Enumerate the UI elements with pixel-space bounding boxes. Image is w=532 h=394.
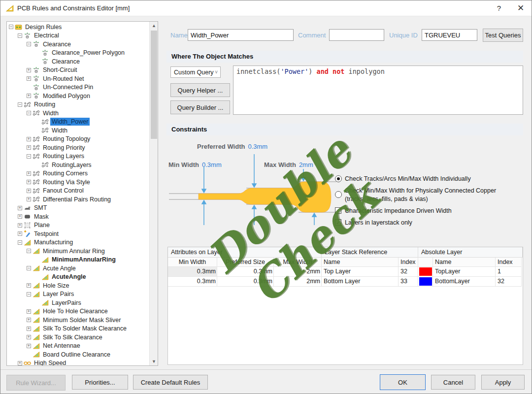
column-header-cell[interactable]: Min Width — [168, 258, 217, 267]
expand-icon[interactable]: + — [18, 206, 22, 210]
collapse-icon[interactable]: − — [18, 240, 22, 245]
tree-item-design-rules[interactable]: −Design Rules — [7, 23, 150, 32]
table-cell[interactable]: 0.3mm — [217, 277, 274, 287]
expand-icon[interactable]: + — [27, 137, 31, 141]
checkbox-option-layers-in-layerstack-only[interactable]: ✓Layers in layerstack only — [335, 219, 523, 227]
tree-item-minimumannularring[interactable]: MinimumAnnularRing — [7, 256, 150, 264]
column-header-cell[interactable]: Preferred Size — [217, 258, 274, 267]
collapse-icon[interactable]: − — [27, 111, 31, 115]
unique-id-input[interactable] — [422, 29, 477, 41]
tree-item-hole-to-hole-clearance[interactable]: +Hole To Hole Clearance — [7, 307, 150, 316]
expand-icon[interactable]: + — [18, 361, 22, 365]
tree-item-layer-pairs[interactable]: −Layer Pairs — [7, 290, 150, 299]
scroll-up-icon[interactable]: ▲ — [150, 22, 158, 30]
tree-item-modified-polygon[interactable]: +Modified Polygon — [7, 92, 150, 100]
tree-item-high-speed[interactable]: +High Speed — [7, 359, 150, 366]
collapse-icon[interactable]: − — [18, 33, 22, 38]
tree-item-net-antennae[interactable]: +Net Antennae — [7, 342, 150, 351]
tree-scrollbar[interactable]: ▲ ▼ — [149, 22, 158, 365]
tree-item-un-routed-net[interactable]: +Un-Routed Net — [7, 74, 150, 83]
query-helper-button[interactable]: Query Helper ... — [170, 83, 230, 97]
expand-icon[interactable]: + — [27, 189, 31, 193]
table-cell[interactable]: Top Layer — [322, 267, 399, 277]
table-cell[interactable]: 32 — [496, 277, 522, 287]
tree-item-testpoint[interactable]: +Testpoint — [7, 230, 150, 238]
table-row[interactable]: 0.3mm0.3mm2mmBottom Layer33BottomLayer32 — [168, 277, 523, 287]
expand-icon[interactable]: + — [27, 197, 31, 201]
expand-icon[interactable]: + — [27, 335, 31, 339]
table-cell[interactable]: 0.3mm — [168, 277, 217, 287]
expand-icon[interactable]: + — [27, 327, 31, 331]
table-cell[interactable]: 33 — [399, 277, 418, 287]
table-cell[interactable]: 2mm — [274, 277, 322, 287]
radio-option-check-min-max-width-for-physically-conne[interactable]: Check Min/Max Width for Physically Conne… — [335, 187, 523, 203]
tree-item-routinglayers[interactable]: RoutingLayers — [7, 161, 150, 169]
table-cell[interactable]: 0.3mm — [168, 267, 217, 277]
expand-icon[interactable]: + — [27, 318, 31, 322]
tree-item-width[interactable]: Width — [7, 126, 150, 135]
column-header-cell[interactable]: Name — [433, 258, 496, 267]
tree-item-silk-to-silk-clearance[interactable]: +Silk To Silk Clearance — [7, 333, 150, 342]
query-builder-button[interactable]: Query Builder ... — [170, 100, 230, 114]
tree-item-routing-corners[interactable]: +Routing Corners — [7, 169, 150, 178]
radio-icon[interactable] — [335, 175, 342, 182]
expand-icon[interactable]: + — [27, 283, 31, 288]
table-cell[interactable]: Bottom Layer — [322, 277, 399, 287]
expand-icon[interactable]: + — [27, 171, 31, 176]
tree-item-routing-via-style[interactable]: +Routing Via Style — [7, 178, 150, 187]
tree-item-smt[interactable]: +SMT — [7, 204, 150, 213]
table-cell[interactable]: 0.3mm — [217, 267, 274, 277]
tree-item-minimum-annular-ring[interactable]: −Minimum Annular Ring — [7, 247, 150, 256]
expand-icon[interactable]: + — [27, 309, 31, 314]
expand-icon[interactable]: + — [27, 145, 31, 150]
tree-item-layerpairs[interactable]: LayerPairs — [7, 298, 150, 307]
tree-item-manufacturing[interactable]: −Manufacturing — [7, 238, 150, 247]
test-queries-button[interactable]: Test Queries — [483, 29, 523, 42]
cancel-button[interactable]: Cancel — [431, 375, 475, 390]
table-cell[interactable]: 2mm — [274, 267, 322, 277]
tree-item-acuteangle[interactable]: AcuteAngle — [7, 273, 150, 282]
expand-icon[interactable]: + — [27, 94, 31, 98]
layer-color-swatch[interactable] — [418, 267, 433, 277]
apply-button[interactable]: Apply — [481, 375, 525, 390]
radio-option-check-tracks-arcs-min-max-width-individu[interactable]: Check Tracks/Arcs Min/Max Width Individu… — [335, 175, 523, 183]
query-scope-dropdown[interactable]: Custom Query ˅ — [170, 66, 221, 78]
expand-icon[interactable]: + — [27, 68, 31, 72]
column-header-cell[interactable] — [418, 258, 433, 267]
tree-item-clearance[interactable]: −Clearance — [7, 40, 150, 49]
tree-item-width[interactable]: −Width — [7, 109, 150, 118]
expand-icon[interactable]: + — [27, 344, 31, 348]
collapse-icon[interactable]: − — [27, 292, 31, 296]
scroll-down-icon[interactable]: ▼ — [150, 358, 158, 365]
priorities-button[interactable]: Priorities... — [72, 375, 128, 390]
radio-icon[interactable] — [335, 191, 342, 198]
tree-item-electrical[interactable]: −Electrical — [7, 32, 150, 40]
tree-item-acute-angle[interactable]: −Acute Angle — [7, 264, 150, 273]
tree-item-routing-priority[interactable]: +Routing Priority — [7, 143, 150, 152]
checkbox-icon[interactable]: ✓ — [335, 219, 341, 226]
expand-icon[interactable]: + — [18, 214, 22, 219]
tree-item-silk-to-solder-mask-clearance[interactable]: +Silk To Solder Mask Clearance — [7, 325, 150, 333]
tree-item-minimum-solder-mask-sliver[interactable]: +Minimum Solder Mask Sliver — [7, 316, 150, 325]
column-header-cell[interactable]: Name — [322, 258, 399, 267]
expand-icon[interactable]: + — [18, 223, 22, 228]
name-input[interactable] — [188, 29, 294, 41]
tree-item-hole-size[interactable]: +Hole Size — [7, 281, 150, 290]
tree-item-short-circuit[interactable]: +Short-Circuit — [7, 66, 150, 75]
table-row[interactable]: 0.3mm0.3mm2mmTop Layer32TopLayer1 — [168, 267, 523, 277]
tree-item-clearance-power-polygon[interactable]: Clearance_Power Polygon — [7, 49, 150, 58]
expand-icon[interactable]: + — [18, 231, 22, 236]
tree-item-routing-topology[interactable]: +Routing Topology — [7, 135, 150, 144]
collapse-icon[interactable]: − — [9, 25, 13, 29]
collapse-icon[interactable]: − — [27, 266, 31, 270]
collapse-icon[interactable]: − — [27, 249, 31, 253]
tree-item-clearance[interactable]: Clearance — [7, 57, 150, 66]
tree-item-routing[interactable]: −Routing — [7, 100, 150, 109]
tree-item-differential-pairs-routing[interactable]: +Differential Pairs Routing — [7, 195, 150, 204]
checkbox-icon[interactable] — [335, 207, 341, 214]
close-button[interactable]: ✕ — [510, 0, 532, 16]
scroll-thumb[interactable] — [151, 31, 157, 139]
tree-item-un-connected-pin[interactable]: Un-Connected Pin — [7, 83, 150, 92]
tree-item-board-outline-clearance[interactable]: Board Outline Clearance — [7, 350, 150, 359]
tree-item-plane[interactable]: +Plane — [7, 221, 150, 230]
